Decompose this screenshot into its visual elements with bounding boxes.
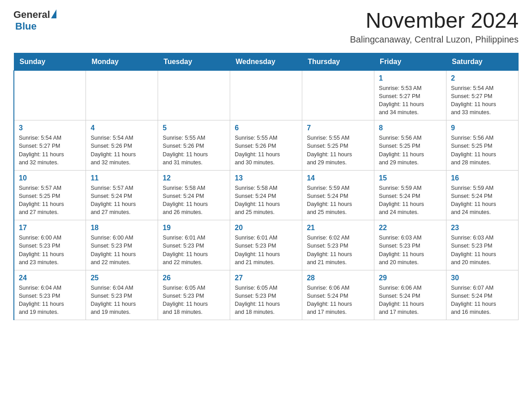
day-info: Sunrise: 5:58 AM Sunset: 5:24 PM Dayligh… <box>163 184 225 217</box>
weekday-header-saturday: Saturday <box>446 53 519 70</box>
day-info: Sunrise: 6:05 AM Sunset: 5:23 PM Dayligh… <box>163 284 225 317</box>
day-info: Sunrise: 6:01 AM Sunset: 5:23 PM Dayligh… <box>163 234 225 266</box>
calendar-week-row: 3Sunrise: 5:54 AM Sunset: 5:27 PM Daylig… <box>14 120 519 171</box>
day-info: Sunrise: 6:05 AM Sunset: 5:23 PM Dayligh… <box>235 284 297 317</box>
calendar-cell <box>158 70 230 120</box>
weekday-header-friday: Friday <box>374 53 446 70</box>
weekday-header-wednesday: Wednesday <box>230 53 302 70</box>
day-info: Sunrise: 6:02 AM Sunset: 5:23 PM Dayligh… <box>307 234 369 266</box>
day-info: Sunrise: 5:55 AM Sunset: 5:26 PM Dayligh… <box>235 134 297 167</box>
day-info: Sunrise: 6:04 AM Sunset: 5:23 PM Dayligh… <box>19 284 81 317</box>
day-info: Sunrise: 5:58 AM Sunset: 5:24 PM Dayligh… <box>235 184 297 217</box>
weekday-header-row: SundayMondayTuesdayWednesdayThursdayFrid… <box>14 53 519 70</box>
day-info: Sunrise: 6:03 AM Sunset: 5:23 PM Dayligh… <box>379 234 442 266</box>
day-number: 11 <box>90 174 153 182</box>
calendar-cell <box>86 70 158 120</box>
calendar-cell: 8Sunrise: 5:56 AM Sunset: 5:25 PM Daylig… <box>374 120 446 171</box>
calendar-cell: 29Sunrise: 6:06 AM Sunset: 5:24 PM Dayli… <box>374 270 446 320</box>
calendar-week-row: 10Sunrise: 5:57 AM Sunset: 5:25 PM Dayli… <box>14 170 519 220</box>
day-number: 19 <box>163 224 225 232</box>
calendar-header: SundayMondayTuesdayWednesdayThursdayFrid… <box>14 53 519 70</box>
calendar-cell <box>302 70 374 120</box>
calendar-cell: 12Sunrise: 5:58 AM Sunset: 5:24 PM Dayli… <box>158 170 230 220</box>
day-number: 8 <box>379 124 442 132</box>
logo-triangle-icon <box>51 9 56 18</box>
day-number: 23 <box>451 224 514 232</box>
weekday-header-thursday: Thursday <box>302 53 374 70</box>
day-number: 29 <box>379 274 442 282</box>
calendar-cell: 15Sunrise: 5:59 AM Sunset: 5:24 PM Dayli… <box>374 170 446 220</box>
day-number: 3 <box>19 124 81 132</box>
day-number: 18 <box>90 224 153 232</box>
day-number: 30 <box>451 274 514 282</box>
day-number: 17 <box>19 224 81 232</box>
day-info: Sunrise: 5:56 AM Sunset: 5:25 PM Dayligh… <box>451 134 514 167</box>
day-number: 20 <box>235 224 297 232</box>
calendar-cell: 17Sunrise: 6:00 AM Sunset: 5:23 PM Dayli… <box>14 220 86 270</box>
title-area: November 2024 Balingcanaway, Central Luz… <box>350 9 519 45</box>
calendar-cell: 23Sunrise: 6:03 AM Sunset: 5:23 PM Dayli… <box>446 220 519 270</box>
month-title: November 2024 <box>350 9 519 33</box>
calendar-cell: 21Sunrise: 6:02 AM Sunset: 5:23 PM Dayli… <box>302 220 374 270</box>
calendar-cell: 4Sunrise: 5:54 AM Sunset: 5:26 PM Daylig… <box>86 120 158 171</box>
day-info: Sunrise: 5:54 AM Sunset: 5:26 PM Dayligh… <box>90 134 153 167</box>
calendar-cell: 27Sunrise: 6:05 AM Sunset: 5:23 PM Dayli… <box>230 270 302 320</box>
day-number: 16 <box>451 174 514 182</box>
calendar-week-row: 24Sunrise: 6:04 AM Sunset: 5:23 PM Dayli… <box>14 270 519 320</box>
calendar-cell: 30Sunrise: 6:07 AM Sunset: 5:24 PM Dayli… <box>446 270 519 320</box>
calendar-table: SundayMondayTuesdayWednesdayThursdayFrid… <box>13 53 519 321</box>
logo-general-text: General <box>13 9 50 21</box>
day-number: 13 <box>235 174 297 182</box>
weekday-header-sunday: Sunday <box>14 53 86 70</box>
day-number: 21 <box>307 224 369 232</box>
calendar-cell: 22Sunrise: 6:03 AM Sunset: 5:23 PM Dayli… <box>374 220 446 270</box>
day-number: 14 <box>307 174 369 182</box>
logo-blue-text: Blue <box>15 21 37 32</box>
day-info: Sunrise: 6:00 AM Sunset: 5:23 PM Dayligh… <box>19 234 81 266</box>
day-info: Sunrise: 5:59 AM Sunset: 5:24 PM Dayligh… <box>451 184 514 217</box>
calendar-cell <box>230 70 302 120</box>
day-number: 28 <box>307 274 369 282</box>
day-info: Sunrise: 5:55 AM Sunset: 5:26 PM Dayligh… <box>163 134 225 167</box>
day-info: Sunrise: 5:53 AM Sunset: 5:27 PM Dayligh… <box>379 84 442 117</box>
calendar-cell: 13Sunrise: 5:58 AM Sunset: 5:24 PM Dayli… <box>230 170 302 220</box>
day-number: 10 <box>19 174 81 182</box>
day-info: Sunrise: 5:55 AM Sunset: 5:25 PM Dayligh… <box>307 134 369 167</box>
calendar-cell: 7Sunrise: 5:55 AM Sunset: 5:25 PM Daylig… <box>302 120 374 171</box>
day-number: 4 <box>90 124 153 132</box>
day-info: Sunrise: 6:01 AM Sunset: 5:23 PM Dayligh… <box>235 234 297 266</box>
day-number: 26 <box>163 274 225 282</box>
day-info: Sunrise: 5:59 AM Sunset: 5:24 PM Dayligh… <box>379 184 442 217</box>
day-number: 2 <box>451 74 514 82</box>
calendar-cell: 24Sunrise: 6:04 AM Sunset: 5:23 PM Dayli… <box>14 270 86 320</box>
calendar-cell: 19Sunrise: 6:01 AM Sunset: 5:23 PM Dayli… <box>158 220 230 270</box>
calendar-body: 1Sunrise: 5:53 AM Sunset: 5:27 PM Daylig… <box>14 70 519 320</box>
day-number: 25 <box>90 274 153 282</box>
day-info: Sunrise: 5:57 AM Sunset: 5:24 PM Dayligh… <box>90 184 153 217</box>
calendar-cell <box>14 70 86 120</box>
day-number: 1 <box>379 74 442 82</box>
calendar-cell: 11Sunrise: 5:57 AM Sunset: 5:24 PM Dayli… <box>86 170 158 220</box>
logo: General Blue <box>13 9 56 32</box>
day-info: Sunrise: 6:04 AM Sunset: 5:23 PM Dayligh… <box>90 284 153 317</box>
calendar-cell: 18Sunrise: 6:00 AM Sunset: 5:23 PM Dayli… <box>86 220 158 270</box>
calendar-cell: 10Sunrise: 5:57 AM Sunset: 5:25 PM Dayli… <box>14 170 86 220</box>
weekday-header-monday: Monday <box>86 53 158 70</box>
header: General Blue November 2024 Balingcanaway… <box>13 9 519 45</box>
day-number: 6 <box>235 124 297 132</box>
calendar-cell: 5Sunrise: 5:55 AM Sunset: 5:26 PM Daylig… <box>158 120 230 171</box>
calendar-cell: 26Sunrise: 6:05 AM Sunset: 5:23 PM Dayli… <box>158 270 230 320</box>
day-info: Sunrise: 5:57 AM Sunset: 5:25 PM Dayligh… <box>19 184 81 217</box>
day-number: 7 <box>307 124 369 132</box>
calendar-cell: 14Sunrise: 5:59 AM Sunset: 5:24 PM Dayli… <box>302 170 374 220</box>
day-info: Sunrise: 5:54 AM Sunset: 5:27 PM Dayligh… <box>19 134 81 167</box>
calendar-cell: 1Sunrise: 5:53 AM Sunset: 5:27 PM Daylig… <box>374 70 446 120</box>
day-number: 22 <box>379 224 442 232</box>
calendar-cell: 3Sunrise: 5:54 AM Sunset: 5:27 PM Daylig… <box>14 120 86 171</box>
day-info: Sunrise: 6:00 AM Sunset: 5:23 PM Dayligh… <box>90 234 153 266</box>
day-number: 9 <box>451 124 514 132</box>
day-number: 27 <box>235 274 297 282</box>
day-info: Sunrise: 6:06 AM Sunset: 5:24 PM Dayligh… <box>307 284 369 317</box>
day-info: Sunrise: 6:06 AM Sunset: 5:24 PM Dayligh… <box>379 284 442 317</box>
weekday-header-tuesday: Tuesday <box>158 53 230 70</box>
